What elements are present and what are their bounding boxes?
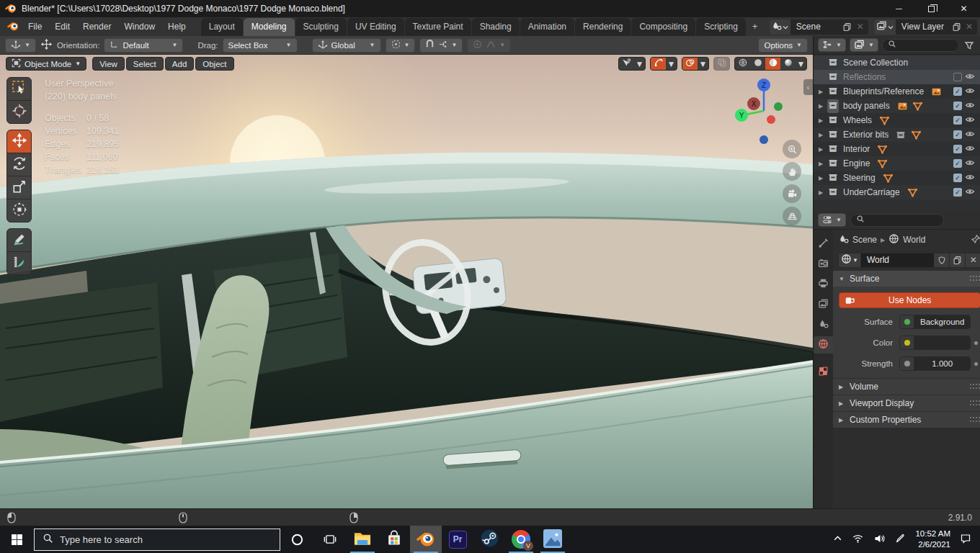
eye-icon[interactable] [965, 158, 975, 170]
tab-compositing[interactable]: Compositing [631, 18, 695, 36]
outliner-row-exterior-bits[interactable]: ▶Exterior bits✓ [814, 127, 980, 142]
keyframe-decorator-icon[interactable] [971, 341, 980, 345]
tab-uv-editing[interactable]: UV Editing [347, 18, 404, 36]
tab-sculpting[interactable]: Sculpting [295, 18, 347, 36]
breadcrumb-scene[interactable]: Scene [852, 235, 877, 245]
viewport-menu-select[interactable]: Select [126, 57, 164, 71]
eye-icon[interactable] [965, 172, 975, 184]
outliner-row-undercarriage[interactable]: ▶UnderCarriage✓ [814, 185, 980, 199]
outliner-row-wheels[interactable]: ▶Wheels✓ [814, 113, 980, 127]
annotate-tool[interactable] [6, 228, 32, 252]
menu-file[interactable]: File [22, 22, 48, 36]
drag-dots-icon[interactable] [969, 274, 980, 284]
taskbar-app-premiere-pro[interactable]: Pr [442, 526, 473, 553]
expand-arrow-icon[interactable]: ▶ [817, 146, 824, 153]
selectability-checkbox[interactable]: ✓ [953, 145, 962, 153]
mode-selector[interactable]: Object Mode ▼ [6, 57, 86, 71]
selectability-checkbox[interactable]: ✓ [953, 188, 962, 197]
drag-dots-icon[interactable] [969, 398, 980, 408]
shading-dropdown[interactable]: ▼ [796, 58, 806, 70]
add-workspace-button[interactable]: + [747, 18, 764, 36]
action-center-button[interactable] [960, 533, 971, 547]
cursor-tool[interactable] [6, 100, 32, 124]
transform-tool[interactable] [6, 199, 32, 222]
new-world-button[interactable] [950, 253, 966, 268]
properties-tab-render[interactable] [814, 256, 833, 273]
tab-shading[interactable]: Shading [472, 18, 520, 36]
eye-icon[interactable] [965, 71, 975, 84]
tab-texture-paint[interactable]: Texture Paint [405, 18, 471, 36]
panel-header-custom-properties[interactable]: ▶Custom Properties [833, 412, 980, 428]
properties-tab-scene[interactable] [814, 316, 833, 333]
start-button[interactable] [0, 526, 34, 553]
taskbar-app-file-explorer[interactable] [347, 526, 378, 553]
menu-help[interactable]: Help [161, 22, 192, 36]
view-layer-selector[interactable]: View Layer ✕ [874, 19, 977, 35]
selectability-checkbox[interactable]: ✓ [953, 130, 962, 139]
selectability-checkbox[interactable]: ✓ [953, 159, 962, 168]
active-tool-dropdown[interactable]: ▼ [5, 38, 36, 53]
viewport-menu-view[interactable]: View [92, 57, 125, 71]
navigation-gizmo[interactable]: Z X Y [734, 75, 794, 149]
measure-tool[interactable] [6, 251, 32, 275]
outliner-row-blueprints-reference[interactable]: ▶Blueprints/Reference✓ [814, 84, 980, 99]
snap-dropdown[interactable]: ▼ [419, 38, 463, 53]
use-nodes-button[interactable]: Use Nodes [839, 292, 980, 308]
eye-icon[interactable] [965, 129, 975, 141]
eye-icon[interactable] [965, 143, 975, 156]
scene-selector[interactable]: Scene ✕ [770, 19, 868, 35]
properties-tab-output[interactable] [814, 276, 833, 293]
options-dropdown[interactable]: Options▼ [758, 38, 808, 53]
camera-view-button[interactable] [783, 184, 801, 203]
tab-animation[interactable]: Animation [520, 18, 574, 36]
pin-icon[interactable] [971, 234, 980, 246]
move-tool[interactable] [6, 130, 32, 153]
outliner-row-steering[interactable]: ▶Steering✓ [814, 171, 980, 185]
select-box-tool[interactable] [6, 77, 32, 101]
expand-arrow-icon[interactable]: ▶ [817, 89, 824, 95]
shading-material-button[interactable] [765, 58, 780, 70]
task-view-button[interactable] [313, 526, 347, 553]
transform-orientation-dropdown[interactable]: Global▼ [312, 38, 381, 53]
expand-arrow-icon[interactable]: ▶ [817, 103, 824, 109]
pan-button[interactable] [783, 162, 801, 181]
remove-view-layer-button[interactable]: ✕ [963, 20, 976, 33]
zoom-button[interactable] [783, 140, 801, 158]
drag-dots-icon[interactable] [969, 415, 980, 425]
taskbar-app-chrome[interactable]: V [505, 526, 537, 553]
tab-rendering[interactable]: Rendering [575, 18, 631, 36]
properties-tab-world[interactable] [814, 336, 833, 354]
breadcrumb-world[interactable]: World [903, 235, 925, 245]
pivot-point-dropdown[interactable]: ▼ [386, 38, 416, 53]
outliner-row-scene-collection[interactable]: Scene Collection [814, 55, 980, 70]
new-scene-button[interactable] [841, 20, 854, 33]
outliner-display-mode-dropdown[interactable]: ▼ [818, 38, 846, 52]
world-browse-dropdown[interactable]: ▼ [838, 253, 861, 268]
expand-arrow-icon[interactable]: ▶ [817, 132, 824, 138]
proportional-edit-dropdown[interactable]: ▼ [467, 38, 511, 53]
properties-tab-tool[interactable] [814, 235, 833, 253]
outliner-row-interior[interactable]: ▶Interior✓ [814, 142, 980, 156]
volume-icon[interactable] [873, 533, 886, 547]
pen-icon[interactable] [895, 533, 906, 546]
taskbar-clock[interactable]: 10:52 AM 2/6/2021 [915, 529, 950, 550]
surface-panel-header[interactable]: ▼ Surface [833, 271, 980, 287]
outliner-search-input[interactable] [882, 39, 959, 52]
perspective-toggle-button[interactable] [783, 207, 801, 225]
menu-render[interactable]: Render [76, 22, 117, 36]
surface-field[interactable]: Background [899, 315, 971, 329]
outliner-filter-dropdown[interactable]: ▼ [850, 38, 878, 52]
selectability-checkbox[interactable]: ✓ [953, 102, 962, 110]
taskbar-app-photos[interactable] [537, 526, 569, 553]
expand-arrow-icon[interactable]: ▶ [817, 189, 824, 196]
taskbar-app-steam[interactable] [473, 526, 505, 553]
viewport-3d[interactable]: Object Mode ▼ ViewSelectAddObject ▼ ▼ ▼ [0, 55, 813, 508]
eye-icon[interactable] [965, 186, 975, 199]
rotate-tool[interactable] [6, 153, 32, 176]
tab-scripting[interactable]: Scripting [696, 18, 746, 36]
eye-icon[interactable] [965, 114, 975, 127]
fake-user-button[interactable] [934, 253, 950, 268]
expand-arrow-icon[interactable]: ▶ [817, 117, 824, 124]
keyframe-decorator-icon[interactable] [971, 362, 980, 366]
object-visibility-dropdown[interactable]: ▼ [618, 57, 646, 71]
